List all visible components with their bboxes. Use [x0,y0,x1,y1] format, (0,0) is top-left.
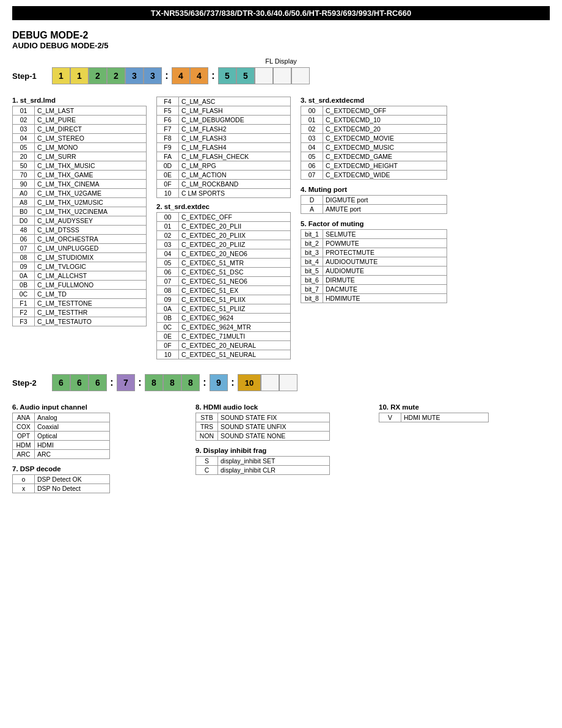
section2-table: 00C_EXTDEC_OFF 01C_EXTDEC_20_PLII 02C_EX… [156,212,291,359]
step1-cell-1: 1 [52,67,70,84]
section7-title: 7. DSP decode [12,465,183,472]
table-row: 0BC_EXTDEC_9624 [157,314,291,323]
section6-table: ANAAnalog COXCoaxial OPTOptical HDMHDMI … [12,413,110,459]
step2-cell-2: 6 [70,374,89,391]
step2-cell-e2 [279,374,297,391]
table-row: COXCoaxial [13,422,110,432]
table-row: 04C_LM_STEREO [13,134,147,143]
step1-cell-e3 [291,67,310,84]
section1-table: 01C_LM_LAST 02C_LM_PURE 03C_LM_DIRECT 04… [12,106,147,326]
section7-table: oDSP Detect OK xDSP No Detect [12,474,110,493]
col-section1: 1. st_srd.lmd 01C_LM_LAST 02C_LM_PURE 03… [12,97,147,364]
step1-cell-4: 2 [107,67,125,84]
col-section1b-2: F4C_LM_ASC F5C_LM_FLASH F6C_LM_DEBUGMODE… [156,97,291,364]
section5-block: 5. Factor of muting bit_1SELMUTE bit_2PO… [301,220,447,303]
table-row: ARCARC [13,450,110,459]
step1-cell-2: 1 [70,67,89,84]
table-row: 20C_LM_SURR [13,152,147,161]
table-row: 0DC_LM_RPG [157,161,291,171]
table-row: VHDMI MUTE [379,413,489,422]
table-row: 0CC_EXTDEC_9624_MTR [157,323,291,332]
table-row: 01C_EXTDECMD_10 [301,116,447,125]
table-row: Cdisplay_inhibit CLR [196,466,330,475]
section8-title: 8. HDMI audio lock [195,403,367,411]
table-row: 0FC_EXTDEC_20_NEURAL [157,341,291,350]
step1-cell-6: 3 [144,67,162,84]
table-row: F2C_LM_TESTTHR [13,308,147,317]
section1-title: 1. st_srd.lmd [12,97,147,104]
step1-cell-8: 4 [190,67,208,84]
table-row: F1C_LM_TESTTONE [13,299,147,308]
step1-cell-7: 4 [172,67,190,84]
table-row: F9C_LM_FLASH4 [157,143,291,152]
table-row: 04C_EXTDECMD_MUSIC [301,143,447,152]
table-row: 02C_EXTDECMD_20 [301,125,447,134]
section4-block: 4. Muting port DDIGMUTE port AAMUTE port [301,186,447,214]
section3-table: 00C_EXTDECMD_OFF 01C_EXTDECMD_10 02C_EXT… [301,106,447,180]
table-row: OPTOptical [13,432,110,441]
section2-title: 2. st_srd.extdec [156,203,291,210]
table-row: 01C_EXTDEC_20_PLII [157,222,291,231]
table-row: F7C_LM_FLASH2 [157,125,291,134]
step1-cells: 1 1 2 2 3 3 : 4 4 : 5 5 [52,67,310,84]
step2-cell-3: 6 [89,374,107,391]
table-row: F4C_LM_ASC [157,97,291,106]
table-row: xDSP No Detect [13,484,110,493]
table-row: 07C_EXTDEC_51_NEO6 [157,277,291,286]
table-row: 05C_LM_MONO [13,143,147,152]
page-title-line1: DEBUG MODE-2 [12,30,550,41]
section4-title: 4. Muting port [301,186,447,193]
table-row: 50C_LM_THX_MUSIC [13,161,147,171]
section10-title: 10. RX mute [379,403,550,411]
step2-cells: 6 6 6 : 7 : 8 8 8 : 9 : 10 [52,374,297,391]
table-row: AAMUTE port [301,205,447,214]
table-row: 05C_EXTDEC_51_MTR [157,259,291,268]
step2-colon-3: : [200,374,210,391]
page-title-block: DEBUG MODE-2 AUDIO DEBUG MODE-2/5 [12,30,550,50]
table-row: TRSSOUND STATE UNFIX [196,422,330,432]
table-row: 07C_LM_UNPLUGGED [13,244,147,253]
table-row: 0BC_LM_FULLMONO [13,281,147,290]
table-row: 70C_LM_THX_GAME [13,171,147,180]
step1-colon-2: : [208,67,218,84]
table-row: F8C_LM_FLASH3 [157,134,291,143]
step1-content: 1. st_srd.lmd 01C_LM_LAST 02C_LM_PURE 03… [12,97,550,364]
table-row: 0AC_LM_ALLCHST [13,271,147,281]
step2-cell-5: 8 [145,374,163,391]
page-title-line2: AUDIO DEBUG MODE-2/5 [12,41,550,50]
step1-cell-e2 [273,67,291,84]
table-row: FAC_LM_FLASH_CHECK [157,152,291,161]
table-row: oDSP Detect OK [13,475,110,484]
table-row: STBSOUND STATE FIX [196,413,330,422]
step1-cell-3: 2 [89,67,107,84]
table-row: 09C_LM_TVLOGIC [13,262,147,271]
step1-label: Step-1 [12,72,46,81]
table-row: bit_5AUDIOMUTE [301,267,447,276]
section3-block: 3. st_srd.extdecmd 00C_EXTDECMD_OFF 01C_… [301,97,447,180]
table-row: 04C_EXTDEC_20_NEO6 [157,249,291,259]
table-row: ANAAnalog [13,413,110,422]
table-row: 0EC_LM_ACTION [157,171,291,180]
table-row: 03C_LM_DIRECT [13,125,147,134]
table-row: bit_6DIRMUTE [301,276,447,285]
table-row: 02C_LM_PURE [13,116,147,125]
table-row: bit_4AUDIOOUTMUTE [301,257,447,267]
step2-cell-1: 6 [52,374,70,391]
table-row: 08C_EXTDEC_51_EX [157,286,291,295]
table-row: 48C_LM_DTSSS [13,226,147,235]
step2-colon-4: : [228,374,238,391]
table-row: bit_1SELMUTE [301,230,447,239]
section1b-table: F4C_LM_ASC F5C_LM_FLASH F6C_LM_DEBUGMODE… [156,97,291,198]
table-row: 01C_LM_LAST [13,106,147,116]
table-row: 0EC_EXTDEC_71MULTI [157,332,291,341]
section9-title: 9. Display inhibit frag [195,447,367,454]
table-row: 10C LM SPORTS [157,189,291,198]
table-row: 02C_EXTDEC_20_PLIIX [157,231,291,240]
section5-table: bit_1SELMUTE bit_2POWMUTE bit_3PROTECTMU… [301,229,447,303]
section3-title: 3. st_srd.extdecmd [301,97,447,104]
table-row: F6C_LM_DEBUGMODE [157,116,291,125]
table-row: 08C_LM_STUDIOMIX [13,253,147,262]
step2-cell-e1 [261,374,279,391]
table-row: 90C_LM_THX_CINEMA [13,180,147,189]
step2-cell-8: 9 [210,374,228,391]
